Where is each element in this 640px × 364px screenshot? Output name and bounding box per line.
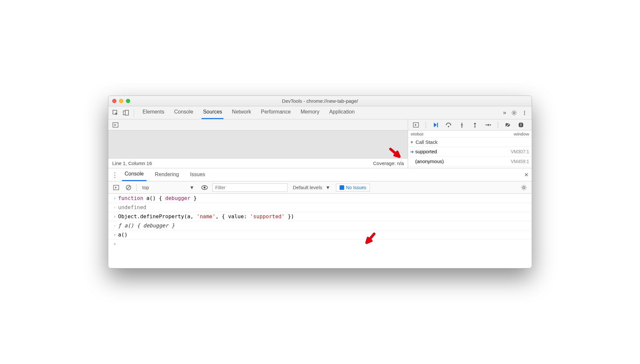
svg-line-19 [127, 186, 130, 189]
svg-rect-16 [521, 126, 521, 126]
callstack-title: Call Stack [416, 139, 438, 145]
step-out-icon[interactable] [470, 120, 480, 129]
devtools-window: DevTools - chrome://new-tab-page/ Elemen… [108, 96, 532, 268]
issues-icon [340, 185, 344, 190]
tab-application[interactable]: Application [328, 106, 356, 119]
callstack-header[interactable]: ▼ Call Stack [408, 138, 532, 147]
drawer-tab-console[interactable]: Console [122, 168, 146, 181]
tab-sources[interactable]: Sources [202, 106, 223, 119]
svg-point-12 [474, 126, 476, 128]
drawer-tab-rendering[interactable]: Rendering [152, 169, 182, 181]
svg-point-21 [204, 187, 206, 189]
console-settings-icon[interactable] [519, 183, 528, 192]
console-output-line: ‹ ƒ a() { debugger } [108, 221, 532, 230]
svg-point-6 [524, 114, 525, 115]
pause-on-exceptions-icon[interactable] [516, 120, 526, 129]
step-icon[interactable] [483, 120, 493, 129]
drawer-tab-issues[interactable]: Issues [188, 169, 208, 181]
svg-point-3 [513, 112, 515, 114]
drawer-tabstrip: ⋮ Console Rendering Issues × [108, 168, 532, 181]
output-chevron-icon: ‹ [112, 222, 118, 228]
active-frame-icon: ➔ [410, 149, 414, 154]
svg-point-13 [490, 124, 491, 126]
drawer-menu-icon[interactable]: ⋮ [112, 171, 118, 179]
close-drawer-icon[interactable]: × [524, 171, 528, 179]
frame-name: supported [415, 149, 437, 154]
console-output: › function a() { debugger } ‹ undefined … [108, 194, 532, 268]
tab-console[interactable]: Console [173, 106, 195, 119]
log-levels-selector[interactable]: Default levels ▼ [291, 184, 333, 191]
console-input-line[interactable]: › Object.defineProperty(a, 'name', { val… [108, 212, 532, 221]
more-tabs-icon[interactable]: » [501, 109, 508, 116]
step-over-icon[interactable] [444, 120, 453, 129]
step-into-icon[interactable] [457, 120, 466, 129]
svg-point-5 [524, 112, 525, 113]
titlebar: DevTools - chrome://new-tab-page/ [108, 96, 532, 106]
filter-input[interactable] [212, 183, 287, 192]
tab-memory[interactable]: Memory [299, 106, 321, 119]
truncated-row: otobatwindow [408, 130, 532, 138]
input-chevron-icon: › [112, 232, 118, 237]
callstack-frame[interactable]: ➔ supported VM307:1 [408, 147, 532, 157]
resume-icon[interactable] [431, 120, 440, 129]
main-tabs: Elements Console Sources Network Perform… [141, 106, 356, 119]
issues-button[interactable]: No Issues [336, 184, 370, 191]
clear-console-icon[interactable] [124, 183, 133, 192]
tab-network[interactable]: Network [231, 106, 252, 119]
svg-rect-15 [521, 124, 521, 125]
sources-editor: Line 1, Column 16 Coverage: n/a [108, 119, 408, 168]
console-sidebar-icon[interactable] [112, 183, 121, 192]
callstack-frame[interactable]: (anonymous) VM459:1 [408, 157, 532, 166]
console-input-line[interactable]: › function a() { debugger } [108, 194, 532, 203]
inspect-element-icon[interactable] [111, 108, 120, 117]
prompt-chevron-icon: › [112, 241, 118, 246]
settings-icon[interactable] [510, 108, 519, 117]
frame-location: VM307:1 [511, 149, 529, 154]
cursor-position: Line 1, Column 16 [112, 160, 152, 166]
sources-statusbar: Line 1, Column 16 Coverage: n/a [108, 158, 408, 168]
debugger-toolbar [408, 119, 532, 130]
context-selector[interactable]: top ▼ [140, 184, 197, 191]
tab-elements[interactable]: Elements [141, 106, 166, 119]
console-input-line[interactable]: › a() [108, 230, 532, 239]
window-title: DevTools - chrome://new-tab-page/ [108, 98, 532, 104]
deactivate-breakpoints-icon[interactable] [503, 120, 512, 129]
svg-point-22 [523, 187, 525, 189]
output-chevron-icon: ‹ [112, 204, 118, 210]
input-chevron-icon: › [112, 213, 118, 219]
chevron-down-icon: ▼ [326, 185, 330, 190]
frame-name: (anonymous) [415, 159, 444, 164]
svg-point-4 [524, 111, 525, 112]
show-debugger-icon[interactable] [411, 120, 420, 129]
console-output-line: ‹ undefined [108, 203, 532, 212]
disclosure-triangle-icon: ▼ [410, 140, 414, 144]
kebab-menu-icon[interactable] [520, 108, 529, 117]
tab-performance[interactable]: Performance [260, 106, 292, 119]
divider [134, 109, 134, 117]
svg-point-10 [448, 126, 449, 127]
show-navigator-icon[interactable] [111, 120, 120, 129]
sources-content[interactable] [108, 130, 408, 158]
svg-rect-2 [125, 110, 129, 115]
debugger-pane: otobatwindow ▼ Call Stack ➔ supported VM… [408, 119, 532, 168]
main-tabstrip: Elements Console Sources Network Perform… [108, 106, 532, 119]
coverage-status: Coverage: n/a [373, 160, 404, 166]
live-expression-icon[interactable] [200, 183, 209, 192]
device-toolbar-icon[interactable] [121, 108, 130, 117]
input-chevron-icon: › [112, 195, 118, 201]
sources-toolbar [108, 119, 408, 130]
console-toolbar: top ▼ Default levels ▼ No Issues [108, 181, 532, 194]
chevron-down-icon: ▼ [190, 185, 194, 190]
svg-rect-9 [437, 123, 438, 127]
svg-point-11 [461, 126, 463, 128]
console-prompt[interactable]: › [108, 239, 532, 249]
sources-panel: Line 1, Column 16 Coverage: n/a [108, 119, 532, 168]
frame-location: VM459:1 [511, 159, 529, 164]
